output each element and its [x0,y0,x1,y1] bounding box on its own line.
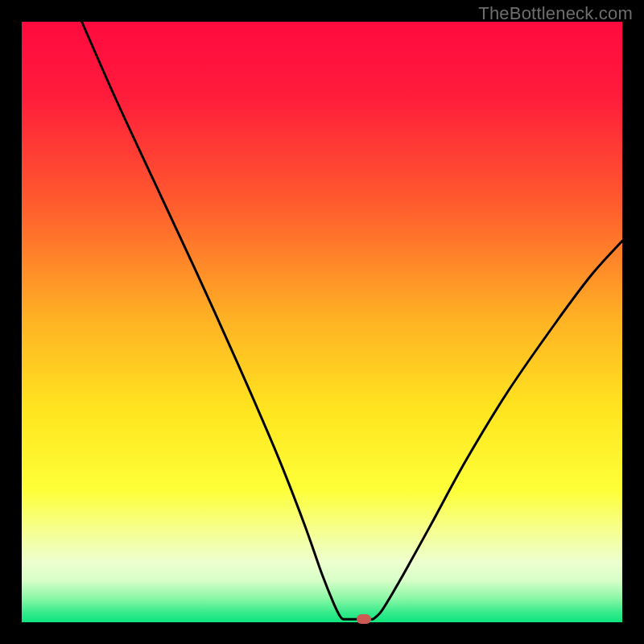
minimum-marker [357,614,371,624]
chart-container: TheBottleneck.com [0,0,644,644]
curve-layer [22,22,622,622]
bottleneck-curve [82,22,622,619]
plot-area [22,22,622,622]
